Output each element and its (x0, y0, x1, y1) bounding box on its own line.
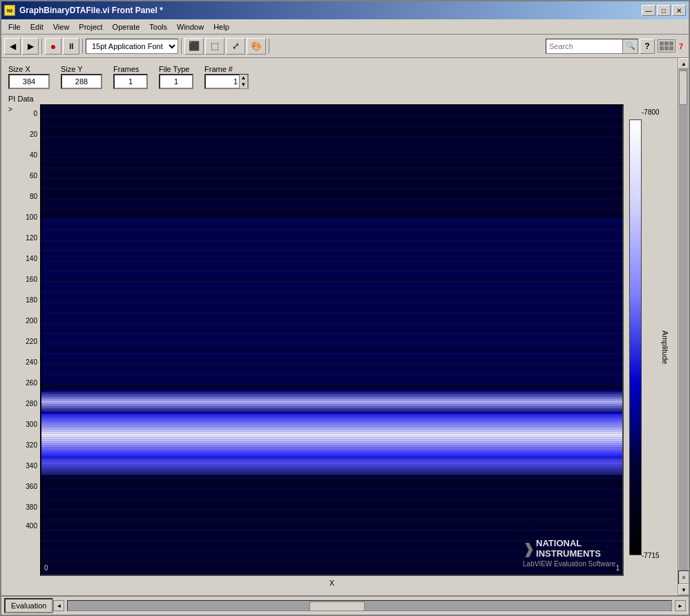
separator-1 (41, 39, 42, 54)
y-tick-400: 400 (26, 522, 37, 530)
menu-project[interactable]: Project (75, 21, 106, 32)
search-icon[interactable]: 🔍 (622, 39, 638, 53)
size-y-group: Size Y (61, 65, 102, 89)
size-x-label: Size X (8, 65, 30, 73)
y-tick-120: 120 (26, 234, 37, 242)
forward-button[interactable]: ▶ (22, 38, 39, 55)
y-tick-280: 280 (26, 400, 37, 407)
menu-tools[interactable]: Tools (145, 21, 171, 32)
font-dropdown[interactable]: 15pt Application Font (86, 39, 178, 54)
close-button[interactable]: ✕ (672, 5, 686, 16)
y-tick-380: 380 (26, 503, 37, 511)
y-tick-140: 140 (26, 255, 37, 262)
y-tick-240: 240 (26, 358, 37, 366)
x-axis-label: X (329, 579, 334, 587)
menu-window[interactable]: Window (173, 21, 208, 32)
minimize-button[interactable]: — (642, 5, 655, 16)
scale-min-label: -7715 (642, 552, 660, 559)
bottom-scrollbar[interactable] (67, 600, 672, 611)
frame-num-label: Frame # (204, 65, 233, 73)
scale-max-label: -7800 (642, 108, 660, 116)
y-tick-160: 160 (26, 276, 37, 283)
pause-button[interactable]: ⏸ (63, 38, 79, 55)
maximize-button[interactable]: □ (657, 5, 671, 16)
title-bar: NI GraphBinaryDTAFile.vi Front Panel * —… (1, 1, 689, 19)
frames-input[interactable] (113, 74, 148, 89)
grid-layout-button[interactable] (658, 39, 675, 52)
x-label-row: X (40, 576, 624, 590)
y-marker: > (8, 106, 12, 113)
color-button[interactable]: 🎨 (247, 38, 266, 55)
size-y-input[interactable] (61, 74, 102, 89)
pi-data-label: PI Data (1, 93, 678, 104)
menu-edit[interactable]: Edit (26, 21, 48, 32)
x-tick-0: 0 (44, 564, 48, 572)
y-tick-340: 340 (26, 462, 37, 470)
separator-3 (181, 39, 182, 54)
app-icon: NI (4, 5, 15, 16)
scroll-down-button[interactable]: ▼ (678, 584, 689, 595)
menu-bar: File Edit View Project Operate Tools Win… (1, 19, 689, 35)
file-type-label: File Type (159, 65, 189, 73)
controls-row: Size X Size Y Frames File Type Frame # (1, 61, 678, 93)
y-tick-320: 320 (26, 441, 37, 449)
size-y-label: Size Y (61, 65, 83, 73)
x-tick-1: 1 (615, 564, 620, 572)
scroll-thumb[interactable] (679, 70, 687, 105)
y-tick-200: 200 (26, 317, 37, 325)
y-tick-260: 260 (26, 379, 37, 387)
separator-4 (269, 39, 269, 54)
scroll-right-button[interactable]: ► (675, 600, 686, 611)
y-tick-60: 60 (30, 172, 37, 180)
align-button[interactable]: ⬛ (184, 38, 204, 55)
scroll-handle[interactable]: ≡ (678, 570, 689, 584)
menu-file[interactable]: File (4, 21, 25, 32)
bottom-scroll-thumb[interactable] (309, 601, 365, 611)
file-type-group: File Type (159, 65, 193, 89)
y-axis: > 0 20 40 60 80 100 120 140 160 180 200 … (7, 104, 40, 590)
frame-num-group: Frame # ▲ ▼ (204, 65, 249, 89)
right-scrollbar: ▲ ≡ ▼ (678, 58, 689, 595)
toolbar: ◀ ▶ ● ⏸ 15pt Application Font ⬛ ⬚ ⤢ 🎨 🔍 … (1, 35, 689, 58)
color-bar (629, 119, 642, 555)
frames-label: Frames (113, 65, 139, 73)
y-tick-180: 180 (26, 296, 37, 304)
y-tick-300: 300 (26, 421, 37, 428)
run-button[interactable]: ● (45, 38, 61, 55)
graph-wrapper: > 0 20 40 60 80 100 120 140 160 180 200 … (1, 104, 678, 595)
frame-num-down-button[interactable]: ▼ (240, 81, 247, 88)
search-container: 🔍 (546, 39, 638, 54)
scroll-track[interactable] (679, 69, 688, 570)
file-type-input[interactable] (159, 74, 193, 89)
status-bar: Evaluation ◄ ► (1, 595, 689, 615)
y-tick-100: 100 (26, 213, 37, 221)
plot-canvas (41, 106, 622, 575)
help-button[interactable]: ? (640, 39, 655, 54)
menu-operate[interactable]: Operate (108, 21, 144, 32)
resize-button[interactable]: ⤢ (226, 38, 245, 55)
separator-2 (82, 39, 83, 54)
scroll-left-button[interactable]: ◄ (53, 600, 64, 611)
toolbar-number: 7 (676, 39, 686, 54)
distribute-button[interactable]: ⬚ (205, 38, 224, 55)
y-tick-360: 360 (26, 483, 37, 490)
y-tick-40: 40 (30, 151, 37, 159)
window-title: GraphBinaryDTAFile.vi Front Panel * (19, 6, 163, 15)
frame-num-spinbox: ▲ ▼ (204, 74, 249, 89)
scroll-up-button[interactable]: ▲ (678, 58, 689, 69)
back-button[interactable]: ◀ (4, 38, 21, 55)
size-x-input[interactable] (8, 74, 50, 89)
plot-area[interactable]: ❱ NATIONAL INSTRUMENTS LabVIEW Evaluatio… (40, 104, 624, 576)
amplitude-label: Amplitude (661, 330, 669, 364)
menu-view[interactable]: View (49, 21, 74, 32)
frame-num-up-button[interactable]: ▲ (240, 75, 247, 81)
menu-help[interactable]: Help (209, 21, 233, 32)
y-tick-20: 20 (30, 131, 37, 138)
color-scale: -7800 -7715 Amplitude (624, 104, 672, 590)
frames-group: Frames (113, 65, 148, 89)
frame-num-input[interactable] (206, 77, 239, 86)
y-tick-220: 220 (26, 338, 37, 345)
y-tick-80: 80 (30, 193, 37, 200)
search-input[interactable] (546, 39, 622, 53)
evaluation-badge: Evaluation (4, 598, 53, 613)
